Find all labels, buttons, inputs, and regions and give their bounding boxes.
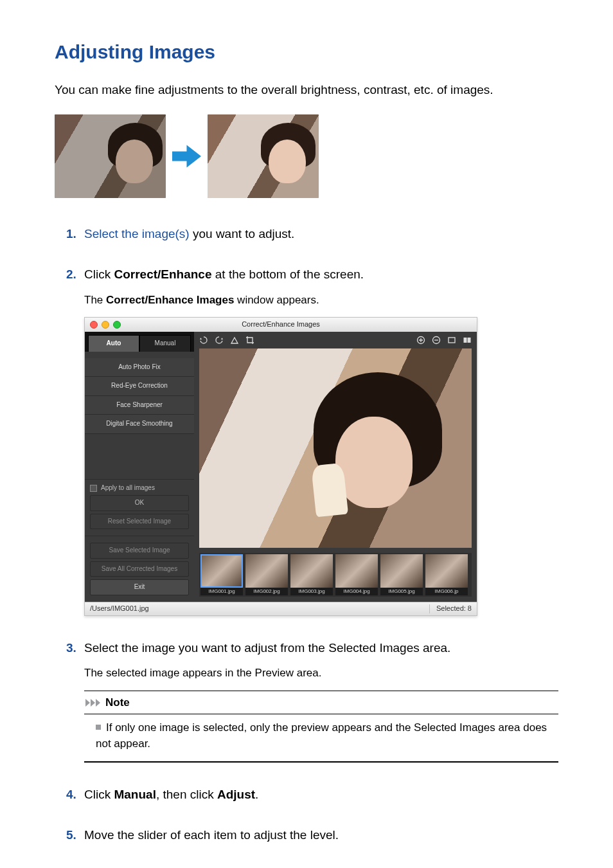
preview-area — [199, 348, 472, 548]
s4-c: , then click — [156, 788, 217, 801]
s4-e: . — [255, 788, 258, 801]
s2-sub-b: Correct/Enhance Images — [106, 294, 234, 306]
sidebar: Auto Manual Auto Photo Fix Red-Eye Corre… — [85, 332, 194, 602]
s3-sub: The selected image appears in the Previe… — [84, 665, 558, 682]
step-1-tail: you want to adjust. — [190, 227, 295, 240]
s2-sub-c: window appears. — [234, 294, 319, 306]
s3-text: Select the image you want to adjust from… — [84, 641, 450, 655]
step-2: Click Correct/Enhance at the bottom of t… — [66, 266, 558, 616]
ok-button[interactable]: OK — [90, 495, 189, 511]
tab-manual[interactable]: Manual — [139, 335, 191, 352]
sidebar-item-auto-photo-fix[interactable]: Auto Photo Fix — [85, 358, 194, 377]
sidebar-item-red-eye[interactable]: Red-Eye Correction — [85, 377, 194, 396]
page-title: Adjusting Images — [55, 41, 558, 63]
before-image — [55, 114, 166, 198]
app-window: Correct/Enhance Images Auto Manual Auto … — [84, 317, 477, 616]
thumbnail[interactable]: IMG006.jp — [425, 554, 468, 595]
correction-list: Auto Photo Fix Red-Eye Correction Face S… — [85, 352, 194, 440]
step-4: Click Manual, then click Adjust. — [66, 786, 558, 804]
selected-images-strip: IMG001.jpg IMG002.jpg IMG003.jpg IMG004.… — [199, 553, 472, 597]
compare-icon[interactable] — [230, 336, 239, 345]
svg-marker-1 — [200, 338, 202, 339]
thumb-label: IMG004.jpg — [335, 588, 378, 595]
thumbnail[interactable]: IMG001.jpg — [200, 554, 243, 595]
thumb-label: IMG001.jpg — [200, 588, 243, 595]
svg-marker-0 — [172, 145, 201, 167]
save-selected-button[interactable]: Save Selected Image — [90, 543, 189, 559]
apply-all-checkbox[interactable]: Apply to all images — [90, 484, 189, 493]
thumb-label: IMG003.jpg — [290, 588, 333, 595]
toolbar — [194, 332, 477, 348]
tab-auto[interactable]: Auto — [88, 335, 139, 352]
note-label: Note — [105, 695, 130, 711]
svg-rect-8 — [468, 338, 471, 343]
status-selected: Selected: 8 — [436, 604, 472, 614]
thumbnail[interactable]: IMG004.jpg — [335, 554, 378, 595]
save-all-button[interactable]: Save All Corrected Images — [90, 561, 189, 577]
bullet-icon — [96, 725, 101, 730]
split-view-icon[interactable] — [463, 336, 472, 345]
intro-text: You can make fine adjustments to the ove… — [55, 81, 558, 99]
zoom-out-icon[interactable] — [432, 336, 441, 345]
step-1: Select the image(s) you want to adjust. — [66, 225, 558, 243]
step-3: Select the image you want to adjust from… — [66, 639, 558, 763]
titlebar: Correct/Enhance Images — [85, 318, 477, 332]
status-bar: /Users/IMG001.jpg Selected: 8 — [85, 602, 477, 615]
note-chevrons-icon — [85, 699, 100, 707]
thumbnail[interactable]: IMG005.jpg — [380, 554, 423, 595]
reset-button[interactable]: Reset Selected Image — [90, 514, 189, 530]
svg-marker-3 — [231, 338, 238, 343]
status-path: /Users/IMG001.jpg — [90, 604, 149, 614]
fullscreen-icon[interactable] — [447, 336, 456, 345]
exit-button[interactable]: Exit — [90, 579, 189, 595]
rotate-left-icon[interactable] — [199, 336, 208, 345]
window-title: Correct/Enhance Images — [85, 320, 477, 330]
svg-rect-6 — [449, 338, 455, 343]
sidebar-item-digital-face-smoothing[interactable]: Digital Face Smoothing — [85, 415, 194, 434]
rotate-right-icon[interactable] — [215, 336, 224, 345]
sidebar-item-face-sharpener[interactable]: Face Sharpener — [85, 396, 194, 415]
svg-rect-7 — [464, 338, 467, 343]
s2-c: at the bottom of the screen. — [212, 267, 364, 281]
s4-d: Adjust — [217, 788, 255, 801]
s4-b: Manual — [114, 788, 155, 801]
svg-marker-2 — [221, 338, 223, 339]
step-5: Move the slider of each item to adjust t… — [66, 826, 558, 844]
note-box: Note If only one image is selected, only… — [84, 691, 558, 763]
thumb-label: IMG002.jpg — [245, 588, 288, 595]
crop-icon[interactable] — [245, 336, 254, 345]
apply-all-label: Apply to all images — [101, 484, 155, 493]
s5-text: Move the slider of each item to adjust t… — [84, 828, 339, 842]
s2-sub-a: The — [84, 294, 106, 306]
thumb-label: IMG005.jpg — [380, 588, 423, 595]
after-image — [208, 114, 319, 198]
s4-a: Click — [84, 788, 114, 801]
select-images-link[interactable]: Select the image(s) — [84, 227, 190, 240]
thumbnail[interactable]: IMG003.jpg — [290, 554, 333, 595]
thumb-label: IMG006.jp — [425, 588, 468, 595]
note-body: If only one image is selected, only the … — [96, 721, 547, 750]
before-after-figure — [55, 114, 558, 198]
s2-b: Correct/Enhance — [114, 267, 211, 281]
thumbnail[interactable]: IMG002.jpg — [245, 554, 288, 595]
zoom-in-icon[interactable] — [416, 336, 425, 345]
s2-a: Click — [84, 267, 114, 281]
arrow-right-icon — [172, 145, 201, 168]
